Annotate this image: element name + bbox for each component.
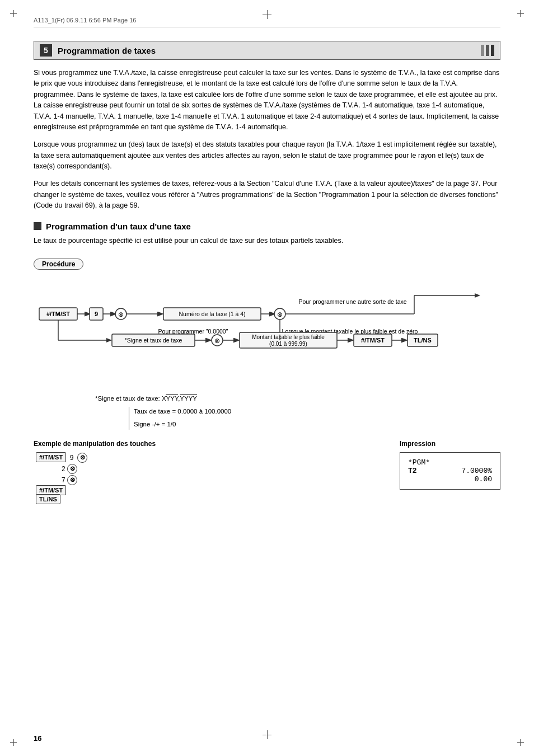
stripe-decoration xyxy=(481,45,494,56)
corner-mark-br xyxy=(513,735,524,746)
example-keys-heading: Exemple de manipulation des touches xyxy=(34,440,383,448)
key-row-4: #/TM/ST xyxy=(34,486,90,495)
key-row-2: 2 ⊗ xyxy=(34,463,90,475)
svg-text:Pour programmer "0.0000": Pour programmer "0.0000" xyxy=(158,328,228,335)
header-text: A113_1(Fr) 06.9.11 6:56 PM Page 16 xyxy=(34,17,136,24)
receipt-t2: T2 xyxy=(408,467,417,475)
section-heading: 5 Programmation de taxes xyxy=(34,41,500,60)
bottom-center-cross xyxy=(263,730,271,739)
page-number: 16 xyxy=(34,734,41,743)
page: A113_1(Fr) 06.9.11 6:56 PM Page 16 5 Pro… xyxy=(0,0,534,756)
example-print-heading: Impression xyxy=(400,440,500,448)
paragraph-3: Pour les détails concernant les systèmes… xyxy=(34,179,500,211)
section-number: 5 xyxy=(40,44,52,57)
svg-text:⊗: ⊗ xyxy=(277,310,283,318)
svg-text:⊗: ⊗ xyxy=(118,310,124,318)
subsection-intro: Le taux de pourcentage spécifié ici est … xyxy=(34,236,500,246)
circle-x-2: ⊗ xyxy=(67,464,77,474)
svg-text:*Signe et taux de taxe: *Signe et taux de taxe xyxy=(125,337,182,344)
key-cell: 7 ⊗ xyxy=(34,475,90,486)
key-cell: #/TM/ST xyxy=(34,486,90,495)
circle-x-1: ⊗ xyxy=(77,453,87,463)
svg-text:#/TM/ST: #/TM/ST xyxy=(46,311,70,317)
svg-text:Pour programmer une autre sort: Pour programmer une autre sorte de taxe xyxy=(298,298,406,305)
top-center-cross xyxy=(263,10,271,19)
section-title: Programmation de taxes xyxy=(58,46,156,55)
svg-text:TL/NS: TL/NS xyxy=(414,337,432,344)
circle-x-3: ⊗ xyxy=(67,475,77,485)
svg-text:Numéro de la taxe (1 à 4): Numéro de la taxe (1 à 4) xyxy=(179,311,245,317)
key-tlns: TL/NS xyxy=(36,494,60,504)
svg-text:9: 9 xyxy=(95,311,98,317)
svg-text:(0.01 à 999.99): (0.01 à 999.99) xyxy=(269,341,307,347)
key-row-1: #/TM/ST 9 ⊗ xyxy=(34,452,90,463)
key-row-3: 7 ⊗ xyxy=(34,475,90,486)
note-taux-container: Taux de taxe = 0.0000 à 100.0000 Signe -… xyxy=(129,407,500,430)
note-signe: *Signe et taux de taxe: XYYY,YYYY xyxy=(95,394,500,403)
key-cell: 2 ⊗ xyxy=(34,463,90,475)
key-row-5: TL/NS xyxy=(34,495,90,504)
svg-text:#/TM/ST: #/TM/ST xyxy=(361,337,385,344)
svg-text:⊗: ⊗ xyxy=(214,336,220,344)
receipt-line-3: 0.00 xyxy=(408,475,492,483)
key-tmst-1: #/TM/ST xyxy=(36,452,66,462)
paragraph-1: Si vous programmez une T.V.A./taxe, la c… xyxy=(34,68,500,133)
receipt-line-2: T2 7.0000% xyxy=(408,467,492,475)
corner-mark-tr xyxy=(513,10,524,21)
key-tmst-2: #/TM/ST xyxy=(36,485,66,495)
subsection-title: Programmation d'un taux d'une taxe xyxy=(46,222,191,231)
corner-mark-tl xyxy=(10,10,21,21)
corner-mark-bl xyxy=(10,735,21,746)
key-cell: TL/NS xyxy=(34,495,90,504)
receipt-line-1: *PGM* xyxy=(408,458,492,467)
diagram-notes: *Signe et taux de taxe: XYYY,YYYY Taux d… xyxy=(95,394,500,430)
receipt-zero: 0.00 xyxy=(475,475,492,483)
example-print-section: Impression *PGM* T2 7.0000% 0.00 xyxy=(400,440,500,490)
procedure-badge: Procédure xyxy=(34,259,83,270)
paragraph-2: Lorsque vous programmez un (des) taux de… xyxy=(34,139,500,172)
receipt-box: *PGM* T2 7.0000% 0.00 xyxy=(400,452,500,490)
svg-marker-23 xyxy=(106,338,112,342)
note-taux: Taux de taxe = 0.0000 à 100.0000 xyxy=(134,407,500,416)
receipt-pgm: *PGM* xyxy=(408,458,430,467)
subsection-heading: Programmation d'un taux d'une taxe xyxy=(34,222,500,231)
svg-text:Montant taxable le plus faible: Montant taxable le plus faible xyxy=(252,334,325,340)
procedure-diagram: #/TM/ST 9 ⊗ Numéro de la taxe (1 à 4) ⊗ … xyxy=(34,279,493,388)
diagram-area: #/TM/ST 9 ⊗ Numéro de la taxe (1 à 4) ⊗ … xyxy=(34,279,500,430)
svg-marker-18 xyxy=(475,293,480,298)
example-section: Exemple de manipulation des touches #/TM… xyxy=(34,440,500,504)
key-cell: #/TM/ST 9 ⊗ xyxy=(34,452,90,463)
note-indent: Taux de taxe = 0.0000 à 100.0000 Signe -… xyxy=(129,407,500,430)
receipt-percent: 7.0000% xyxy=(461,467,492,475)
example-keys-table: #/TM/ST 9 ⊗ 2 ⊗ 7 ⊗ xyxy=(34,452,90,504)
example-keys-section: Exemple de manipulation des touches #/TM… xyxy=(34,440,383,504)
note-signe2: Signe -/+ = 1/0 xyxy=(134,420,500,429)
